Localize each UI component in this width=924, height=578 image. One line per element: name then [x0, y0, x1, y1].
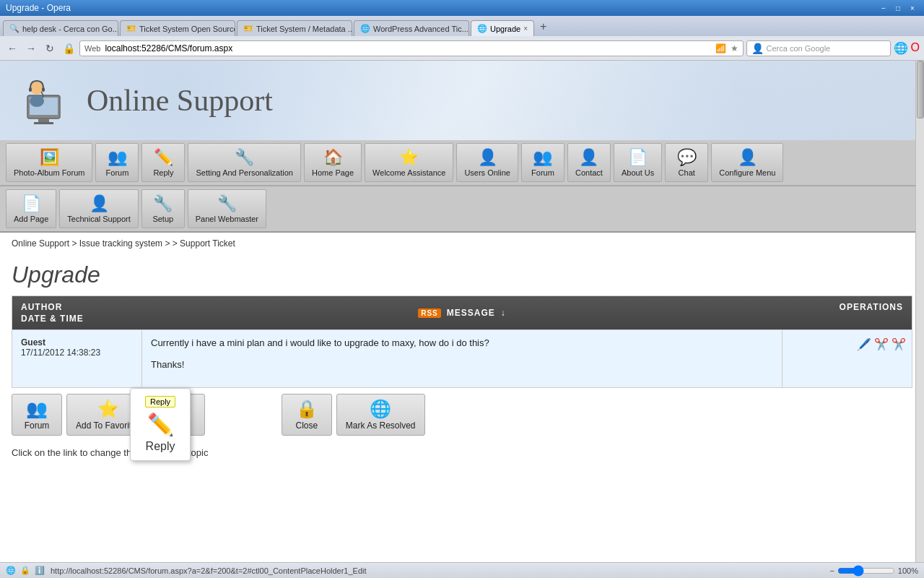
nav-add-page[interactable]: 📄 Add Page [6, 189, 56, 228]
close-action-button[interactable]: 🔒 Close [282, 394, 332, 436]
nav-photo-album-forum[interactable]: 🖼️ Photo-Album Forum [6, 143, 92, 182]
browser-title: Upgrade - Opera [6, 3, 878, 13]
nav-label: Photo-Album Forum [14, 168, 84, 177]
nav-contact[interactable]: 👤 Contact [567, 143, 611, 182]
nav-label: Technical Support [67, 215, 130, 223]
tab-ticket-opensource[interactable]: 🎫 Ticket System Open Source ... × [120, 20, 235, 36]
scrollbar-thumb[interactable] [917, 61, 924, 118]
configure-icon: 👤 [738, 148, 757, 167]
reply-popup-text: Reply [146, 440, 175, 453]
nav-tech-support[interactable]: 👤 Technical Support [59, 189, 138, 228]
reply-popup: Reply ✏️ Reply [130, 388, 191, 461]
contact-icon: 👤 [579, 148, 598, 167]
tab-ticket-metadata[interactable]: 🎫 Ticket System / Metadata ... × [237, 20, 352, 36]
home-icon: 🏠 [323, 148, 343, 167]
site-title: Online Support [87, 83, 273, 118]
cut-icon[interactable]: ✂️ [874, 337, 889, 351]
tab-upgrade[interactable]: 🌐 Upgrade × [471, 20, 534, 36]
search-bar[interactable]: 👤 Cerca con Google [746, 40, 891, 56]
author-name: Guest [21, 337, 133, 348]
nav-panel-webmaster[interactable]: 🔧 Panel Webmaster [188, 189, 266, 228]
browser-titlebar: Upgrade - Opera − □ × [0, 0, 924, 16]
nav-reply[interactable]: ✏️ Reply [141, 143, 185, 182]
rss-icon: 📶 [715, 43, 726, 53]
ticket-author-cell: Guest 17/11/2012 14:38:23 [12, 330, 142, 387]
nav-label: Chat [679, 168, 695, 177]
action-bar: 👥 Forum ⭐ Add To Favorites ✏️ Reply Repl… [0, 388, 924, 441]
nav-about[interactable]: 📄 About Us [614, 143, 662, 182]
reply-icon: ✏️ [154, 148, 173, 167]
tab-wordpress[interactable]: 🌐 WordPress Advanced Tic... × [354, 20, 469, 36]
nav-welcome[interactable]: ⭐ Welcome Assistance [365, 143, 453, 182]
maximize-button[interactable]: □ [892, 2, 904, 14]
translate-icon[interactable]: 🌐 [894, 41, 908, 55]
header-ops: OPERATIONS [840, 302, 903, 312]
address-bar[interactable]: Web localhost:52286/CMS/forum.aspx 📶 ★ [79, 40, 744, 56]
tab-close-icon[interactable]: × [523, 25, 528, 33]
protocol-icon: Web [84, 44, 100, 53]
nav-users-online[interactable]: 👤 Users Online [456, 143, 518, 182]
new-tab-button[interactable]: + [536, 17, 551, 36]
resolve-icon: 🌐 [370, 399, 391, 419]
ticket-message-cell: Currently i have a mini plan and i would… [142, 330, 782, 387]
close-button[interactable]: × [907, 2, 918, 14]
header-message-col: RSS MESSAGE ↓ [151, 302, 773, 324]
nav-label: Reply [153, 168, 173, 177]
tab-favicon: 🔍 [9, 24, 19, 33]
browser-navbar: ← → ↻ 🔒 Web localhost:52286/CMS/forum.as… [0, 36, 924, 61]
header-datetime: DATE & TIME [21, 314, 151, 324]
forum-action-label: Forum [25, 420, 50, 431]
nav-setting[interactable]: 🔧 Setting And Personalization [188, 143, 301, 182]
nav-label: Forum [106, 168, 129, 177]
scrollbar-track[interactable] [915, 61, 924, 562]
tab-favicon: 🌐 [477, 24, 487, 33]
favorites-icon: ⭐ [97, 399, 119, 419]
svg-rect-6 [29, 87, 32, 92]
opera-icon[interactable]: O [911, 41, 920, 55]
ticket-table: AUTHOR DATE & TIME RSS MESSAGE ↓ OPERATI… [12, 296, 912, 388]
close-action-label: Close [295, 420, 318, 431]
message-line2: Thanks! [151, 359, 773, 370]
minimize-button[interactable]: − [878, 2, 889, 14]
logo-svg [17, 74, 71, 128]
tab-helpdesk[interactable]: 🔍 help desk - Cerca con Go... × [3, 20, 118, 36]
tab-label: Upgrade [490, 25, 520, 33]
tech-support-icon: 👤 [90, 194, 109, 213]
site-header: Online Support [0, 61, 924, 140]
browser-action-icons: 🌐 O [894, 41, 920, 55]
reply-tooltip: Reply [145, 396, 175, 407]
svg-rect-3 [34, 122, 53, 124]
table-row: Guest 17/11/2012 14:38:23 Currently i ha… [12, 329, 912, 387]
page-content: Online Support 🖼️ Photo-Album Forum 👥 Fo… [0, 61, 924, 562]
nav-label: Panel Webmaster [196, 215, 258, 223]
nav-label: Setup [152, 215, 173, 223]
scissors-icon[interactable]: ✂️ [892, 337, 906, 351]
back-button[interactable]: ← [4, 40, 20, 56]
panel-webmaster-icon: 🔧 [217, 194, 237, 213]
forward-button[interactable]: → [23, 40, 39, 56]
nav-label: Configure Menu [719, 168, 775, 177]
ticket-ops-cell: 🖊️ ✂️ ✂️ [782, 330, 912, 387]
users-online-icon: 👤 [478, 148, 497, 167]
add-page-icon: 📄 [22, 194, 41, 213]
nav-configure[interactable]: 👤 Configure Menu [711, 143, 783, 182]
author-datetime: 17/11/2012 14:38:23 [21, 348, 133, 358]
nav-forum[interactable]: 👥 Forum [95, 143, 139, 182]
page-title: Upgrade [12, 262, 912, 288]
nav-label: Add Page [14, 215, 48, 223]
nav-setup[interactable]: 🔧 Setup [141, 189, 185, 228]
nav-forum2[interactable]: 👥 Forum [521, 143, 565, 182]
window-controls[interactable]: − □ × [878, 2, 918, 14]
sort-icon[interactable]: ↓ [501, 308, 506, 318]
nav-chat[interactable]: 💬 Chat [665, 143, 708, 182]
reload-button[interactable]: ↻ [42, 40, 58, 56]
resolve-button[interactable]: 🌐 Mark As Resolved [336, 394, 425, 436]
header-author: AUTHOR [21, 302, 151, 312]
edit-icon[interactable]: 🖊️ [857, 337, 871, 351]
home-nav-button[interactable]: 🔒 [61, 40, 77, 56]
nav-label: Setting And Personalization [196, 168, 293, 177]
close-action-icon: 🔒 [296, 399, 318, 419]
nav-home[interactable]: 🏠 Home Page [304, 143, 362, 182]
forum-action-button[interactable]: 👥 Forum [12, 394, 62, 436]
nav-label: Users Online [464, 168, 510, 177]
